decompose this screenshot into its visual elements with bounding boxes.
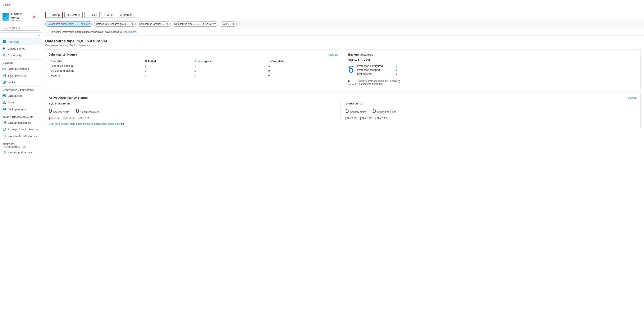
jobs-card-title: Jobs (last 24 Hours) View all — [49, 53, 338, 56]
job-inprogress-0: 0 — [193, 63, 266, 68]
getting-started-icon — [2, 47, 6, 50]
filters-bar: Datasource subscription == 3 selected Da… — [42, 20, 644, 28]
sidebar-item-azure-policies-label: Azure policies for backup — [8, 128, 38, 131]
inprogress-icon: ⟳ — [194, 59, 197, 63]
sidebar-item-overview[interactable]: Overview — [0, 38, 42, 45]
job-inprogress-1: 0 — [193, 68, 266, 73]
alerts-global-security-count: 0 — [346, 108, 349, 114]
completed-icon: ✓ — [268, 59, 271, 63]
global-sev1-label: Sev1 0/0 — [362, 117, 372, 120]
sidebar-item-backup-jobs-label: Backup jobs — [8, 94, 22, 97]
sidebar-item-protectable-datasources[interactable]: Protectable datasources — [0, 133, 42, 139]
svg-point-3 — [4, 16, 6, 17]
sidebar-item-alerts[interactable]: Alerts — [0, 99, 42, 106]
jobs-view-all-link[interactable]: View all — [328, 53, 338, 56]
breadcrumb[interactable]: Home › — [3, 3, 12, 6]
svg-rect-12 — [3, 69, 4, 70]
sidebar-item-backup-instances[interactable]: Backup instances — [0, 65, 42, 72]
alerts-card-title: Active Alerts (last 24 Hours) View all — [49, 96, 637, 99]
app-title: Backup center — [11, 12, 30, 19]
filter-datasource-type[interactable]: Datasource type == SQL in Azure VM — [172, 21, 218, 26]
alerts-icon — [2, 101, 6, 104]
sidebar-search — [0, 24, 42, 32]
sev1-label: Sev1 0/0 — [65, 117, 75, 120]
sidebar-item-new-support-request[interactable]: ? New support request — [0, 149, 42, 155]
policy-plus-icon: + — [87, 13, 89, 16]
job-completed-0-link[interactable]: 6 — [268, 64, 270, 67]
community-icon — [2, 53, 6, 57]
datasource-title: Datasource type: SQL in Azure VM — [45, 39, 641, 43]
refresh-button-label: Refresh — [123, 13, 132, 16]
sidebar-item-new-support-request-label: New support request — [8, 151, 33, 154]
sidebar-item-backup-compliance[interactable]: Backup compliance — [0, 119, 42, 126]
bi-footer-number: 0 — [348, 80, 356, 83]
refresh-icon: ⟳ — [120, 13, 122, 16]
divider-monitoring — [0, 86, 42, 86]
svg-point-18 — [4, 82, 5, 83]
sidebar-item-overview-label: Overview — [8, 40, 19, 43]
svg-rect-5 — [4, 40, 6, 41]
backup-button[interactable]: + Backup — [45, 12, 63, 18]
alerts-global-sev1: Sev1 0/0 — [360, 117, 372, 120]
svg-rect-11 — [3, 68, 5, 69]
bi-section-title: SQL in Azure VM — [348, 59, 637, 62]
home-link[interactable]: Home — [3, 3, 10, 6]
sidebar-collapse-btn[interactable]: « — [0, 32, 42, 38]
backup-instances-icon — [2, 67, 6, 70]
job-completed-2: 0 — [267, 73, 338, 78]
vault-button[interactable]: + Vault — [101, 12, 115, 18]
bi-footer: 0 out of 6 Backup instances with the und… — [348, 80, 637, 86]
vault-button-label: Vault — [106, 13, 112, 16]
filter-vault[interactable]: Vault == All — [220, 21, 237, 26]
col-completed-label: Completed — [271, 59, 285, 63]
vaults-icon — [2, 80, 6, 84]
more-icon[interactable]: ··· — [37, 15, 39, 18]
support-icon: ? — [2, 150, 6, 154]
filter-location[interactable]: Datasource location == All — [137, 21, 171, 26]
sidebar-item-backup-policies[interactable]: Backup policies — [0, 72, 42, 79]
bi-details: Protection configured 6 Protection stopp… — [357, 64, 397, 75]
restore-button[interactable]: ↺ Restore — [64, 12, 83, 18]
sidebar-item-backup-jobs[interactable]: Backup jobs — [0, 92, 42, 99]
alerts-view-all-link[interactable]: View all — [628, 96, 637, 99]
alerts-two-col: SQL in Azure VM 0 Security alerts 0 Conf… — [49, 102, 637, 120]
job-operation-1: On-demand backup — [49, 68, 143, 73]
alerts-global-sev2: Sev2 0/0 — [376, 117, 387, 120]
main-layout: Backup center Microsoft 📌 ··· « Overview — [0, 10, 644, 318]
learn-more-link[interactable]: Learn more. — [124, 30, 137, 33]
sidebar-item-backup-policies-label: Backup policies — [8, 74, 26, 77]
alerts-learn-more-link[interactable]: Click here to learn more about the alert… — [49, 122, 124, 125]
search-input[interactable] — [2, 26, 40, 31]
bi-footer-sub: out of 6 — [348, 83, 356, 86]
svg-rect-24 — [4, 103, 4, 103]
sidebar-item-backup-reports[interactable]: Backup reports — [0, 106, 42, 112]
sidebar-item-getting-started[interactable]: Getting started — [0, 45, 42, 52]
alerts-global-configured-label: Configured alerts — [377, 110, 396, 113]
backup-policies-icon — [2, 74, 6, 77]
policy-button[interactable]: + Policy — [84, 12, 100, 18]
refresh-button[interactable]: ⟳ Refresh — [117, 12, 135, 18]
col-failed: ✕ Failed — [143, 59, 193, 63]
sidebar-item-protectable-datasources-label: Protectable datasources — [8, 135, 37, 138]
alerts-sql-configured-count: 0 — [76, 108, 79, 114]
bi-protection-configured-label: Protection configured — [357, 64, 390, 67]
access-checkbox[interactable] — [45, 31, 48, 33]
alerts-sql-security-count: 0 — [49, 108, 52, 114]
svg-rect-16 — [3, 76, 4, 76]
backup-jobs-icon — [2, 94, 6, 97]
sev0-bar — [49, 117, 50, 120]
alerts-card: Active Alerts (last 24 Hours) View all S… — [45, 93, 641, 129]
bi-card-title-text: Backup instances — [348, 53, 373, 56]
sidebar-item-azure-policies[interactable]: Azure policies for backup — [0, 126, 42, 133]
app-subtitle: Microsoft — [11, 19, 30, 22]
sidebar-item-community[interactable]: Community — [0, 52, 42, 58]
sidebar-item-backup-compliance-label: Backup compliance — [8, 121, 31, 124]
alerts-sql-counts: 0 Security alerts 0 Configured alerts — [49, 108, 340, 114]
filter-resource-group[interactable]: Datasource resource group == All — [94, 21, 136, 26]
pin-icon[interactable]: 📌 — [32, 15, 36, 18]
svg-text:?: ? — [4, 151, 5, 153]
main-content: + Backup ↺ Restore + Policy + Vault ⟳ Re… — [42, 10, 644, 318]
alerts-global-security: 0 Security alerts — [346, 108, 366, 114]
filter-subscription[interactable]: Datasource subscription == 3 selected — [45, 21, 92, 26]
sidebar-item-vaults[interactable]: Vaults — [0, 79, 42, 85]
